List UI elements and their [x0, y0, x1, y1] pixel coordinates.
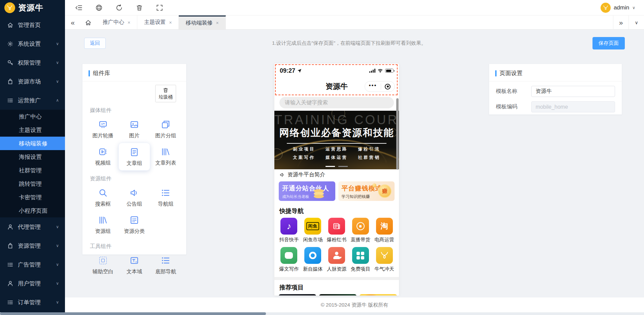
nav-list-icon: [161, 188, 171, 198]
horizontal-scrollbar[interactable]: [0, 312, 644, 315]
component-resource-group[interactable]: 资源组: [87, 211, 118, 238]
sidebar-subitem-promotion-center[interactable]: 推广中心: [0, 110, 65, 123]
trash-icon[interactable]: [136, 4, 143, 11]
banner-headline: 网络创业必备资源和技能: [274, 126, 399, 140]
list-icon: [7, 261, 13, 268]
template-name-input[interactable]: [531, 86, 615, 97]
tab-mobile-decorate[interactable]: 移动端装修 ×: [179, 15, 226, 29]
quicknav-taobao-ecommerce[interactable]: 淘 电商运营: [372, 218, 396, 243]
component-resource-category[interactable]: 资源分类: [118, 211, 150, 238]
sidebar-item-system-settings[interactable]: 系统设置 ∨: [0, 34, 65, 53]
tabs-scroll-right-button[interactable]: »: [613, 15, 629, 29]
component-image-carousel[interactable]: 图片轮播: [87, 115, 118, 143]
miniapp-capsule[interactable]: •••: [365, 81, 395, 92]
tabs-scroll-left-button[interactable]: «: [65, 15, 80, 29]
banner-carousel[interactable]: TRAINING COURSE 网络创业必备资源和技能 副业项目 运营思路 爆粉…: [274, 111, 399, 169]
sidebar-subitem-mobile-decorate[interactable]: 移动端装修: [0, 137, 65, 150]
quicknav-niuqi[interactable]: 牛气冲天: [372, 247, 396, 272]
refresh-icon[interactable]: [115, 4, 123, 11]
sidebar-subitem-community[interactable]: 社群管理: [0, 164, 65, 177]
quicknav-contacts[interactable]: ♥ 人脉资源: [325, 247, 349, 272]
sidebar-item-dashboard[interactable]: 管理首页: [0, 15, 65, 34]
section-divider: [274, 277, 399, 280]
save-page-button[interactable]: 保存页面: [592, 37, 625, 49]
component-nav-group[interactable]: 导航组: [150, 184, 181, 211]
footer: © 2015-2024 资源牛 版权所有: [65, 298, 644, 312]
video-icon: [98, 147, 108, 157]
component-textarea[interactable]: 文本域: [118, 251, 150, 279]
component-search-box[interactable]: 搜索框: [87, 184, 118, 211]
horizontal-scrollbar-thumb[interactable]: [0, 312, 266, 315]
list-icon: [7, 299, 13, 306]
component-image[interactable]: 图片: [118, 115, 150, 143]
tab-theme-settings[interactable]: 主题设置 ×: [137, 15, 179, 29]
image-icon: [129, 119, 139, 130]
sidebar-item-agents[interactable]: 代理管理 ∨: [0, 217, 65, 236]
sidebar-subitem-poster-settings[interactable]: 海报设置: [0, 150, 65, 164]
coin-badge: 赚: [378, 184, 392, 198]
quicknav-xiaohongshu[interactable]: 爆粉红书: [325, 218, 349, 243]
trash-bin-button[interactable]: 垃圾桶: [155, 85, 176, 102]
menu-fold-icon[interactable]: [75, 4, 82, 11]
sidebar-item-orders[interactable]: 订单管理 ∨: [0, 293, 65, 312]
coins-illustration: [314, 195, 324, 198]
sidebar-item-ads[interactable]: 广告管理 ∨: [0, 255, 65, 274]
user-menu[interactable]: admin ∨: [601, 3, 644, 13]
page-settings-title: 页面设置: [500, 69, 522, 77]
tabs-menu-button[interactable]: ∨: [629, 15, 644, 29]
recommend-card-thumbnail[interactable]: [319, 294, 357, 295]
sidebar-subitem-theme-settings[interactable]: 主题设置: [0, 123, 65, 137]
carousel-icon: [98, 119, 108, 130]
speaker-icon: [279, 172, 285, 178]
sidebar-item-resources[interactable]: 资源管理 ∨: [0, 236, 65, 255]
quicknav-live-commerce[interactable]: 直播带货: [348, 218, 372, 243]
close-icon[interactable]: ×: [169, 20, 172, 25]
fullscreen-icon[interactable]: [156, 4, 163, 11]
sidebar-subitem-redirect[interactable]: 跳转管理: [0, 177, 65, 190]
sidebar-item-label: 资源管理: [18, 242, 41, 250]
tab-home-icon[interactable]: [80, 15, 96, 29]
chevron-down-icon: ∨: [56, 41, 59, 46]
back-button[interactable]: 返回: [84, 38, 106, 49]
sidebar-item-permissions[interactable]: 权限管理 ∨: [0, 53, 65, 72]
quicknav-free-projects[interactable]: 免费项目: [348, 247, 372, 272]
sidebar-item-resource-market[interactable]: 资源市场 ∨: [0, 72, 65, 91]
close-target-icon[interactable]: [385, 84, 391, 90]
more-icon[interactable]: •••: [369, 84, 377, 90]
component-bottom-nav[interactable]: 底部导航: [150, 251, 181, 279]
sidebar-item-label: 用户管理: [18, 280, 41, 287]
close-icon[interactable]: ×: [128, 20, 130, 25]
sidebar-subitem-miniapp-pages[interactable]: 小程序页面: [0, 204, 65, 217]
quicknav-douyin-kuaishou[interactable]: ♪ 抖音快手: [277, 218, 301, 243]
quicknav-article-writing[interactable]: 爆文写作: [277, 247, 301, 272]
close-icon[interactable]: ×: [216, 20, 218, 26]
announcement-bar[interactable]: 资源牛平台简介: [274, 169, 399, 180]
sidebar-item-operations[interactable]: 运营推广 ∧: [0, 91, 65, 110]
person-heart-icon: ♥: [328, 247, 345, 264]
phone-scrollbar-thumb[interactable]: [396, 98, 399, 170]
template-code-label: 模板编码: [496, 103, 531, 110]
component-image-group[interactable]: 图片分组: [150, 115, 181, 143]
component-video-group[interactable]: 视频组: [87, 143, 118, 171]
recommend-card-thumbnail[interactable]: [279, 294, 316, 295]
component-article-group[interactable]: 文章组: [118, 143, 150, 171]
phone-search-input[interactable]: 请输入关键字搜索: [279, 97, 394, 108]
component-blank-spacer[interactable]: 辅助空白: [87, 251, 118, 279]
phone-nav-bar: 资源牛 •••: [274, 78, 399, 95]
component-announcement-group[interactable]: 公告组: [118, 184, 150, 211]
gear-icon: [7, 41, 13, 47]
tab-promotion-center[interactable]: 推广中心 ×: [96, 15, 137, 29]
user-icon: [7, 280, 13, 287]
sidebar-subitem-card-key[interactable]: 卡密管理: [0, 190, 65, 204]
promo-card-earning[interactable]: 平台赚钱模式 学习知识把钱赚 赚: [338, 181, 395, 201]
recommend-card-thumbnail[interactable]: [360, 294, 397, 295]
quicknav-xianyu[interactable]: 闲鱼 闲鱼市场: [301, 218, 325, 243]
component-article-list[interactable]: 文章列表: [150, 143, 181, 171]
phone-page-title: 资源牛: [326, 81, 348, 92]
globe-icon[interactable]: [95, 4, 103, 11]
sidebar-item-users[interactable]: 用户管理 ∨: [0, 274, 65, 293]
sidebar-item-label: 资源市场: [18, 78, 41, 85]
quicknav-new-media[interactable]: 新自媒体: [301, 247, 325, 272]
promo-card-partner[interactable]: 开通分站合伙人 成为站长当老板: [279, 181, 335, 201]
carousel-indicators: [274, 166, 399, 167]
